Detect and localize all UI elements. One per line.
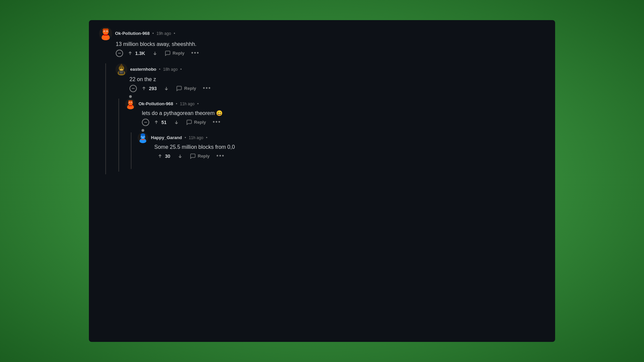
reply-icon bbox=[190, 153, 196, 159]
downvote-icon bbox=[152, 50, 158, 56]
comment-item: Ok-Pollution-968 • 11h ago • lets do a p… bbox=[125, 99, 545, 169]
svg-rect-33 bbox=[129, 105, 132, 106]
comment-item: Happy_Garand • 11h ago • Some 25.5 milli… bbox=[138, 132, 545, 166]
svg-point-44 bbox=[141, 133, 145, 136]
comment-item: Ok-Pollution-968 • 19h ago • 13 million … bbox=[99, 27, 545, 174]
svg-point-29 bbox=[129, 102, 130, 103]
reply-button[interactable]: Reply bbox=[187, 152, 212, 161]
avatar bbox=[125, 99, 136, 109]
username: Ok-Pollution-968 bbox=[139, 101, 173, 107]
thread-container-l2: Ok-Pollution-968 • 11h ago • lets do a p… bbox=[113, 99, 545, 172]
comment-header: easternhobo • 18h ago • bbox=[113, 63, 545, 75]
svg-rect-9 bbox=[103, 35, 108, 36]
avatar-img bbox=[99, 27, 112, 40]
downvote-icon bbox=[163, 85, 169, 92]
avatar bbox=[115, 63, 127, 75]
reply-icon bbox=[176, 85, 182, 92]
avatar bbox=[99, 27, 112, 40]
more-options-button[interactable]: ••• bbox=[189, 48, 202, 58]
svg-point-16 bbox=[120, 68, 121, 69]
comment-header: Happy_Garand • 11h ago • bbox=[138, 132, 545, 143]
svg-point-30 bbox=[131, 102, 132, 103]
upvote-button[interactable]: 30 bbox=[154, 152, 173, 161]
thread-container-l1: easternhobo • 18h ago • 22 on the z − bbox=[99, 63, 545, 174]
reply-button[interactable]: Reply bbox=[183, 118, 209, 127]
avatar bbox=[138, 132, 148, 143]
comment-header: Ok-Pollution-968 • 19h ago • bbox=[99, 27, 545, 40]
downvote-button[interactable] bbox=[174, 152, 186, 161]
avatar-img bbox=[115, 63, 127, 75]
replies-l2: Ok-Pollution-968 • 11h ago • lets do a p… bbox=[125, 99, 545, 172]
timestamp: 19h ago bbox=[157, 31, 171, 37]
collapse-button[interactable]: − bbox=[142, 119, 149, 126]
svg-point-5 bbox=[104, 31, 105, 32]
svg-point-6 bbox=[107, 31, 107, 32]
upvote-icon bbox=[157, 153, 163, 159]
upvote-icon bbox=[141, 85, 147, 92]
vote-count: 51 bbox=[161, 120, 167, 125]
comment-body: 13 million blocks away, sheeshhh. bbox=[116, 40, 545, 48]
comment-body: Some 25.5 million blocks from 0,0 bbox=[154, 143, 545, 151]
collapse-button[interactable]: − bbox=[116, 50, 123, 57]
reply-label: Reply bbox=[194, 120, 206, 125]
svg-rect-19 bbox=[119, 71, 124, 74]
comment-actions: − 1.3K bbox=[116, 48, 545, 58]
svg-rect-8 bbox=[102, 29, 109, 30]
comment-header: Ok-Pollution-968 • 11h ago • bbox=[125, 99, 545, 109]
username: easternhobo bbox=[130, 66, 156, 73]
timestamp: 18h ago bbox=[163, 66, 177, 72]
username: Happy_Garand bbox=[151, 134, 182, 141]
vote-count: 293 bbox=[149, 86, 157, 91]
comment-actions: − 293 bbox=[129, 83, 545, 93]
thread-container-l3: Happy_Garand • 11h ago • Some 25.5 milli… bbox=[125, 132, 545, 169]
avatar-img bbox=[138, 132, 148, 143]
vote-count: 30 bbox=[165, 154, 170, 159]
svg-rect-43 bbox=[141, 139, 145, 140]
more-options-button[interactable]: ••• bbox=[214, 151, 227, 161]
vote-count: 1.3K bbox=[135, 51, 145, 56]
downvote-icon bbox=[177, 153, 183, 159]
more-options-button[interactable]: ••• bbox=[200, 83, 214, 93]
reply-icon bbox=[165, 50, 171, 56]
downvote-icon bbox=[173, 119, 179, 125]
comment-item: easternhobo • 18h ago • 22 on the z − bbox=[113, 63, 545, 172]
comment-actions: 30 bbox=[154, 151, 545, 161]
comment-window: Ok-Pollution-968 • 19h ago • 13 million … bbox=[89, 20, 555, 342]
collapse-button[interactable]: − bbox=[129, 85, 137, 92]
comment-body: lets do a pythagorean theorem 😄 bbox=[142, 109, 545, 117]
more-options-button[interactable]: ••• bbox=[210, 117, 224, 127]
comment-actions: − 51 bbox=[142, 117, 545, 127]
thread-line bbox=[105, 63, 106, 174]
replies-l3: Happy_Garand • 11h ago • Some 25.5 milli… bbox=[138, 132, 545, 169]
svg-rect-32 bbox=[128, 101, 133, 102]
upvote-icon bbox=[127, 50, 133, 56]
downvote-button[interactable] bbox=[161, 84, 172, 93]
upvote-button[interactable]: 293 bbox=[138, 84, 159, 93]
upvote-button[interactable]: 1.3K bbox=[124, 49, 148, 58]
downvote-button[interactable] bbox=[149, 49, 161, 58]
upvote-icon bbox=[153, 119, 159, 125]
comment-body: 22 on the z bbox=[129, 75, 545, 83]
reply-label: Reply bbox=[184, 86, 196, 91]
upvote-button[interactable]: 51 bbox=[151, 118, 169, 127]
svg-point-17 bbox=[122, 68, 123, 69]
thread-line bbox=[118, 99, 119, 172]
reply-button[interactable]: Reply bbox=[173, 84, 199, 93]
replies-l1: easternhobo • 18h ago • 22 on the z − bbox=[113, 63, 545, 174]
reply-label: Reply bbox=[198, 154, 210, 159]
timestamp: 11h ago bbox=[180, 101, 195, 107]
reply-label: Reply bbox=[173, 51, 184, 56]
avatar-img bbox=[125, 99, 136, 109]
reply-icon bbox=[186, 119, 192, 125]
comment-thread: Ok-Pollution-968 • 19h ago • 13 million … bbox=[99, 27, 545, 174]
timestamp: 11h ago bbox=[189, 135, 203, 141]
downvote-button[interactable] bbox=[171, 118, 182, 127]
thread-line bbox=[131, 132, 131, 169]
username: Ok-Pollution-968 bbox=[115, 30, 150, 37]
svg-point-18 bbox=[120, 69, 123, 71]
reply-button[interactable]: Reply bbox=[162, 49, 187, 58]
